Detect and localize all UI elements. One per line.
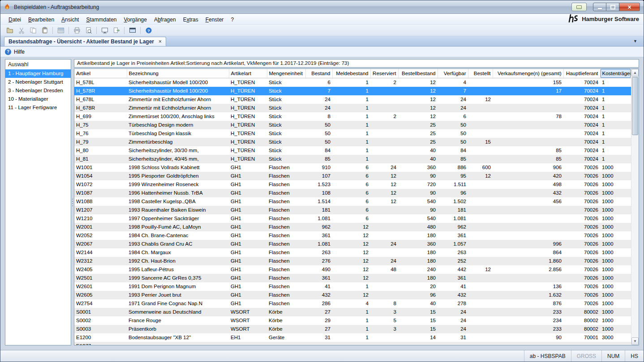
open-button[interactable]	[4, 26, 15, 35]
column-header[interactable]: Hauptlieferant	[563, 69, 600, 78]
menu-item-bearbeiten[interactable]: Bearbeiten	[25, 15, 58, 24]
menu-item-datei[interactable]: Datei	[5, 15, 25, 24]
inventory-grid: ArtikelBezeichnungArtikelartMengeneinhei…	[74, 68, 639, 345]
table-cell: Flaschen	[267, 189, 305, 197]
scrollbar-thumb[interactable]	[632, 77, 638, 135]
print-preview-button[interactable]	[83, 26, 94, 35]
table-row[interactable]: S0003PräsentkorbWSORTKörbe27131524233800…	[74, 325, 631, 333]
export-button[interactable]	[111, 26, 122, 35]
table-row[interactable]: W12071993 Rauenthaler Baiken EisweinGH1F…	[74, 206, 631, 214]
menu-item-stammdaten[interactable]: Stammdaten	[82, 15, 120, 24]
table-row[interactable]: S0002France RougeWSORTKörbe2915152423480…	[74, 316, 631, 325]
table-cell: Stück	[267, 155, 305, 163]
table-row[interactable]: W20011998 Pouilly-Fumé AC, LaMoynGH1Flas…	[74, 223, 631, 231]
column-header[interactable]: Bestellbestand	[398, 69, 438, 78]
cut-button[interactable]	[16, 26, 27, 35]
tab-close-icon[interactable]: ×	[159, 38, 162, 45]
table-row[interactable]: W26051993 Perrier Jouet brutGH1Flaschen4…	[74, 291, 631, 299]
table-row[interactable]: H_76Türbeschlag Design klassikH_TÜRENStü…	[74, 129, 631, 138]
menu-item-abfragen[interactable]: Abfragen	[150, 15, 180, 24]
table-cell: 1000	[600, 316, 631, 325]
table-cell	[493, 342, 563, 345]
column-header[interactable]: Verkaufsmenge(n) (gesamt)	[493, 69, 563, 78]
table-row[interactable]: H_75Türbeschlag Design modernH_TÜRENStüc…	[74, 121, 631, 129]
column-header[interactable]: Kostenträger	[600, 69, 631, 78]
help-button[interactable]: Hilfe	[14, 49, 25, 55]
table-view-button[interactable]	[55, 26, 66, 35]
table-row[interactable]: W10011998 Schloss Vollrads KabinettGH1Fl…	[74, 163, 631, 172]
menu-item-vorgnge[interactable]: Vorgänge	[120, 15, 150, 24]
screen-view-button[interactable]	[99, 26, 110, 35]
copy-button[interactable]	[27, 26, 39, 35]
close-button[interactable]: ×	[619, 3, 640, 11]
table-row[interactable]: H_80Sicherheitszylinder, 30/30 mm,H_TÜRE…	[74, 146, 631, 155]
vertical-scrollbar[interactable]: ▲ ▼	[631, 69, 639, 345]
table-row[interactable]: H_81Sicherheitszylinder, 40/45 mm,H_TÜRE…	[74, 155, 631, 163]
table-row[interactable]: S0001Sommerweine aus DeutschlandWSORTKör…	[74, 308, 631, 316]
table-row[interactable]: W20521984 Ch. Brane-CantenacGH1Flaschen3…	[74, 231, 631, 240]
table-cell: 7	[438, 87, 468, 95]
column-header[interactable]: Artikel	[74, 69, 127, 78]
table-row[interactable]: H_678RZimmertür mit Echtholzfurnier Ahor…	[74, 104, 631, 112]
paste-button[interactable]	[39, 26, 50, 35]
scroll-down-icon[interactable]: ▼	[631, 337, 639, 345]
column-header[interactable]: Bezeichnung	[127, 69, 229, 78]
sidebar-item[interactable]: 3 - Nebenlager Dresden	[5, 86, 71, 95]
table-cell: 12	[468, 95, 493, 104]
table-cell: 12	[332, 257, 370, 265]
table-row[interactable]: W12101997 Oppenheimer SackträgerGH1Flasc…	[74, 214, 631, 223]
menu-bar-items: DateiBearbeitenAnsichtStammdatenVorgänge…	[5, 15, 237, 23]
table-row[interactable]: W24051995 Lafleur-PétrusGH1Flaschen49012…	[74, 265, 631, 274]
tab-list-dropdown-icon[interactable]: ▼	[631, 39, 640, 44]
table-row[interactable]: W20671993 Chablis Grand Cru ACGH1Flasche…	[74, 240, 631, 248]
table-cell: 12	[398, 95, 438, 104]
print-button[interactable]	[71, 26, 82, 35]
table-row[interactable]: W26011991 Dom Perignon MagnumGH1Flaschen…	[74, 282, 631, 291]
table-row[interactable]: E1200Bodenstaubsauger "XB 12"EH1Geräte31…	[74, 333, 631, 342]
table-cell: GH1	[229, 240, 267, 248]
table-row[interactable]: W10871996 Hattenheimer Nussb. TrBAGH1Fla…	[74, 189, 631, 197]
table-row[interactable]: H_578RSicherheitshaustür Modell 100/200H…	[74, 87, 631, 95]
menu-item-help[interactable]: ?	[227, 15, 237, 24]
table-row[interactable]: W27541971 Grand Fine Cognac Nap.NGH1Flas…	[74, 299, 631, 308]
table-row[interactable]: H_79ZimmertürbeschlagH_TÜRENStück5012550…	[74, 138, 631, 146]
menu-item-ansicht[interactable]: Ansicht	[58, 15, 82, 24]
table-row[interactable]: W10541995 Piesporter GoldtröpfchenGH1Fla…	[74, 172, 631, 180]
sidebar-item[interactable]: 1 - Hauptlager Hamburg	[5, 69, 71, 78]
table-row[interactable]: W23121992 Ch. Haut-BrionGH1Flaschen27612…	[74, 257, 631, 265]
table-row[interactable]: H_678LZimmertür mit Echtholzfurnier Ahor…	[74, 95, 631, 104]
help-bar: ? Hilfe	[0, 47, 644, 57]
sidebar-item[interactable]: 11 - Lager Fertigware	[5, 103, 71, 112]
restore-button[interactable]	[606, 3, 619, 11]
column-header[interactable]: Meldebestand	[332, 69, 370, 78]
table-row[interactable]: E1277	[74, 342, 631, 345]
column-header[interactable]: Bestand	[305, 69, 332, 78]
table-cell: Zimmertürset 100/200, Anschlag links	[127, 112, 229, 121]
toolbar-help-button[interactable]: ?	[143, 26, 154, 35]
window-view-button[interactable]	[127, 26, 138, 35]
table-row[interactable]: H_578LSicherheitshaustür Modell 100/200H…	[74, 78, 631, 87]
scroll-up-icon[interactable]: ▲	[631, 69, 639, 77]
table-cell: Körbe	[267, 308, 305, 316]
titlebar-extra-button[interactable]	[571, 3, 587, 11]
table-row[interactable]: W10881998 Casteller Kugelsp.,QBAGH1Flasc…	[74, 197, 631, 206]
column-header[interactable]: Bestellt	[468, 69, 493, 78]
table-row[interactable]: W21441984 Ch. MargauxGH1Flaschen26312180…	[74, 248, 631, 257]
table-cell: 1991 Dom Perignon Magnum	[127, 282, 229, 291]
table-cell: Stück	[267, 146, 305, 155]
table-cell: 1999 Sancerre AC GrRes 0,375	[127, 274, 229, 282]
tab-bestandsabfrage[interactable]: Bestandsabfrage - Übersicht - Aktueller …	[4, 37, 166, 46]
column-header[interactable]: Verfügbar	[438, 69, 468, 78]
table-row[interactable]: W10721999 Winzenheimer RoseneckGH1Flasch…	[74, 180, 631, 189]
column-header[interactable]: Mengeneinheit	[267, 69, 305, 78]
column-header[interactable]: Reserviert	[370, 69, 398, 78]
table-row[interactable]: W25011999 Sancerre AC GrRes 0,375GH1Flas…	[74, 274, 631, 282]
menu-item-fenster[interactable]: Fenster	[202, 15, 228, 24]
sidebar-item[interactable]: 2 - Nebenlager Stuttgart	[5, 78, 71, 86]
column-header[interactable]: Artikelart	[229, 69, 267, 78]
scrollbar-track[interactable]	[631, 77, 639, 337]
table-row[interactable]: H_699Zimmertürset 100/200, Anschlag link…	[74, 112, 631, 121]
minimize-button[interactable]	[593, 3, 606, 11]
menu-item-extras[interactable]: Extras	[180, 15, 202, 24]
sidebar-item[interactable]: 10 - Materiallager	[5, 95, 71, 103]
